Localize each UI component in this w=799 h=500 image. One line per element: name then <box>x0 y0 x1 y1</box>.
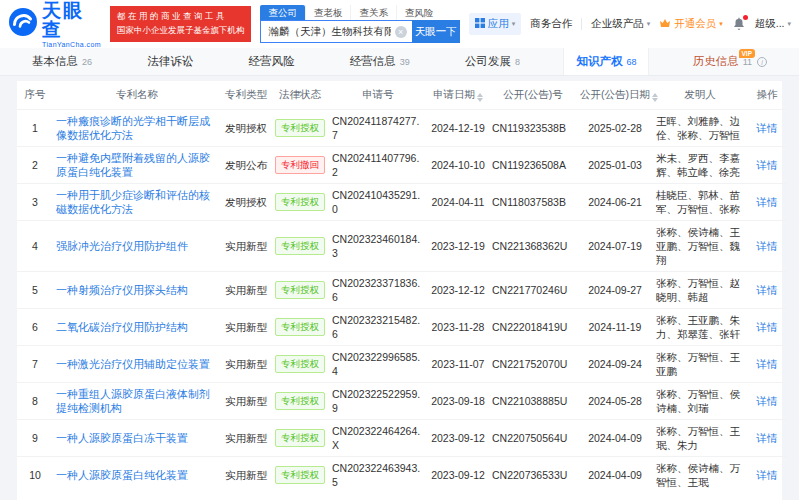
publication-date: 2024-07-19 <box>577 221 653 272</box>
patent-name-link[interactable]: 一种人源胶原蛋白冻干装置 <box>56 432 188 444</box>
application-number: CN202410435291.0 <box>329 184 427 221</box>
detail-link[interactable]: 详情 <box>757 284 778 296</box>
sort-up-arrow <box>477 93 483 97</box>
detail-link[interactable]: 详情 <box>757 358 778 370</box>
detail-link[interactable]: 详情 <box>757 321 778 333</box>
sort-down-arrow <box>652 98 658 102</box>
inventors: 王晖、刘雅静、边佺、张称、万智恒 <box>653 110 747 147</box>
chevron-down-icon: ▾ <box>512 20 516 28</box>
patent-name-link[interactable]: 一种用于肌少症诊断和评估的核磁数据优化方法 <box>56 189 210 215</box>
column-header-publication-date: 公开(公告)日期 <box>577 81 653 110</box>
notifications-bell-icon[interactable] <box>732 17 746 31</box>
detail-link[interactable]: 详情 <box>757 159 778 171</box>
detail-link[interactable]: 详情 <box>757 395 778 407</box>
chevron-down-icon: ▾ <box>647 20 651 28</box>
patents-table: 序号专利名称专利类型法律状态申请号申请日期公开(公告)号公开(公告)日期发明人操… <box>17 81 787 493</box>
vip-upgrade-link[interactable]: 开通会员 ▾ <box>659 17 723 31</box>
info-icon[interactable]: i <box>757 57 767 67</box>
tab-basic[interactable]: 基本信息26 <box>20 48 104 75</box>
search-tab-company[interactable]: 查公司 <box>260 5 305 20</box>
application-number: CN202411407796.2 <box>329 147 427 184</box>
legal-status-cell: 专利授权 <box>271 420 329 457</box>
patent-name-link[interactable]: 一种避免内壁附着残留的人源胶原蛋白纯化装置 <box>56 152 210 178</box>
tab-label: 公司发展 <box>465 54 511 69</box>
enterprise-products-menu[interactable]: 企业级产品 ▾ <box>591 17 650 31</box>
column-header-publication-number: 公开(公告)号 <box>489 81 577 110</box>
tab-count: 11 <box>743 57 752 67</box>
tab-intellectual-property[interactable]: 知识产权68 <box>563 48 649 75</box>
application-number: CN202323460184.3 <box>329 221 427 272</box>
detail-link[interactable]: 详情 <box>757 196 778 208</box>
notification-dot <box>743 15 748 20</box>
publication-date: 2024-11-19 <box>577 309 653 346</box>
action-cell: 详情 <box>747 272 787 309</box>
sort-icon[interactable] <box>477 93 483 102</box>
tab-development[interactable]: 公司发展8 <box>453 48 532 75</box>
patent-name-link[interactable]: 强脉冲光治疗仪用防护组件 <box>56 240 188 252</box>
publication-date: 2025-02-28 <box>577 110 653 147</box>
detail-link[interactable]: 详情 <box>757 240 778 252</box>
inventors: 张称、侯诗楠、万智恒、王珉 <box>653 457 747 494</box>
search-tab-risk[interactable]: 查风险 <box>396 5 442 20</box>
search-tab-relation[interactable]: 查关系 <box>350 5 396 20</box>
tab-label: 经营信息 <box>350 54 396 69</box>
crown-icon <box>659 18 671 30</box>
column-header-action: 操作 <box>747 81 787 110</box>
patent-type: 发明授权 <box>221 110 271 147</box>
patent-type: 实用新型 <box>221 221 271 272</box>
patent-name-link[interactable]: 一种射频治疗仪用探头结构 <box>56 284 188 296</box>
business-cooperation-link[interactable]: 商务合作 <box>530 17 572 31</box>
tab-history[interactable]: VIP历史信息11i <box>681 48 779 75</box>
column-header-patent-type: 专利类型 <box>221 81 271 110</box>
legal-status-cell: 专利撤回 <box>271 147 329 184</box>
publication-number: CN221368362U <box>489 221 577 272</box>
account-menu[interactable]: 超级... ▾ <box>755 17 791 31</box>
patent-seq: 6 <box>17 309 53 346</box>
patent-row: 9一种人源胶原蛋白冻干装置实用新型专利授权CN202322464264.X202… <box>17 420 787 457</box>
detail-link[interactable]: 详情 <box>757 122 778 134</box>
detail-link[interactable]: 详情 <box>757 432 778 444</box>
publication-number: CN220736533U <box>489 457 577 494</box>
enterprise-products-label: 企业级产品 <box>591 17 644 31</box>
slogan-line2: 国家中小企业发展子基金旗下机构 <box>117 24 245 38</box>
action-cell: 详情 <box>747 346 787 383</box>
patent-name-cell: 一种人源胶原蛋白冻干装置 <box>53 420 221 457</box>
tab-business-info[interactable]: 经营信息39 <box>338 48 422 75</box>
apps-menu[interactable]: 应用 ▾ <box>469 13 522 35</box>
patent-row: 4强脉冲光治疗仪用防护组件实用新型专利授权CN202323460184.3202… <box>17 221 787 272</box>
search-input-wrap: × <box>260 20 411 43</box>
clear-search-icon[interactable]: × <box>395 26 407 38</box>
detail-link[interactable]: 详情 <box>757 469 778 481</box>
application-number: CN202322463943.5 <box>329 457 427 494</box>
patent-name-link[interactable]: 一种瘢痕诊断的光学相干断层成像数据优化方法 <box>56 115 210 141</box>
column-header-seq: 序号 <box>17 81 53 110</box>
vip-label: 开通会员 <box>674 17 716 31</box>
search-input[interactable] <box>268 26 390 38</box>
tab-lawsuit[interactable]: 法律诉讼 <box>135 48 205 75</box>
tab-label: 基本信息 <box>32 54 78 69</box>
search-tab-boss[interactable]: 查老板 <box>305 5 351 20</box>
patent-type: 实用新型 <box>221 383 271 420</box>
logo-domain: TianYanCha.com <box>42 41 101 48</box>
patent-name-link[interactable]: 一种重组人源胶原蛋白液体制剂提纯检测机构 <box>56 388 210 414</box>
patent-row: 10一种人源胶原蛋白纯化装置实用新型专利授权CN202322463943.520… <box>17 457 787 494</box>
patent-name-link[interactable]: 二氧化碳治疗仪用防护结构 <box>56 321 188 333</box>
chevron-down-icon: ▾ <box>787 20 791 28</box>
patent-name-link[interactable]: 一种激光治疗仪用辅助定位装置 <box>56 358 210 370</box>
legal-status-badge: 专利授权 <box>275 429 325 447</box>
legal-status-cell: 专利授权 <box>271 346 329 383</box>
patent-seq: 9 <box>17 420 53 457</box>
patent-row: 6二氧化碳治疗仪用防护结构实用新型专利授权CN202323215482.6202… <box>17 309 787 346</box>
tianyancha-logo[interactable]: 天眼查 TianYanCha.com <box>8 1 101 48</box>
publication-number: CN221770246U <box>489 272 577 309</box>
search-button[interactable]: 天眼一下 <box>412 20 460 43</box>
application-date: 2023-09-12 <box>427 420 489 457</box>
sort-icon[interactable] <box>652 93 658 102</box>
publication-number: CN119323538B <box>489 110 577 147</box>
tab-operating-risk[interactable]: 经营风险 <box>237 48 307 75</box>
patent-name-link[interactable]: 一种人源胶原蛋白纯化装置 <box>56 469 188 481</box>
search-category-tabs: 查公司查老板查关系查风险 <box>260 5 459 20</box>
inventors: 张称、万智恒、王珉、朱力 <box>653 420 747 457</box>
tab-count: 8 <box>515 57 520 67</box>
tab-label: 知识产权 <box>576 54 622 69</box>
